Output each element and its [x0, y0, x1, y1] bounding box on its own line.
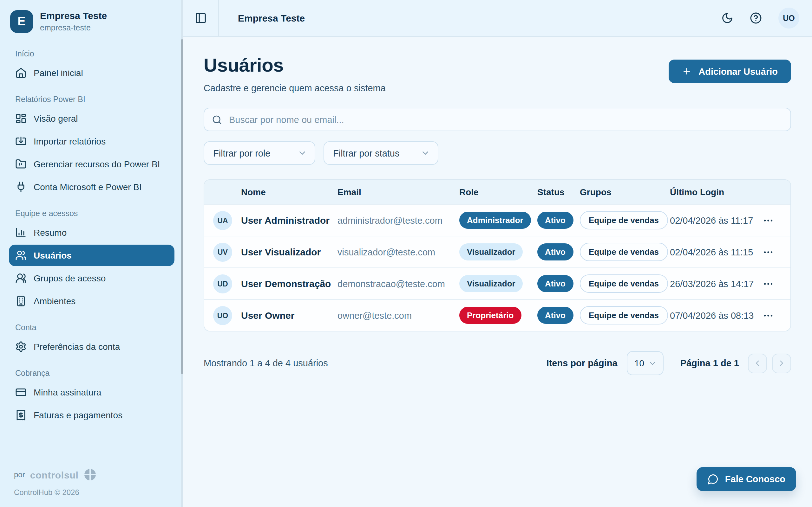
group-pill: Equipe de vendas: [580, 274, 668, 293]
row-menu-button[interactable]: [763, 246, 791, 258]
add-user-button[interactable]: Adicionar Usuário: [669, 60, 791, 83]
sidebar-item-importar-relatorios[interactable]: Importar relatórios: [9, 130, 174, 152]
filter-status-dropdown[interactable]: Filtrar por status: [323, 141, 438, 165]
sidebar-item-painel-inicial[interactable]: Painel inicial: [9, 62, 174, 83]
table-header-row: Nome Email Role Status Grupos Último Log…: [204, 180, 791, 204]
dark-mode-toggle[interactable]: [721, 12, 733, 24]
table-row[interactable]: UD User Demonstração demonstracao@teste.…: [204, 268, 791, 299]
sidebar-item-label: Usuários: [34, 250, 72, 261]
user-email: owner@teste.com: [338, 310, 459, 320]
sidebar-footer: por controlsul ControlHub © 2026: [9, 464, 174, 498]
status-badge: Ativo: [537, 307, 573, 324]
sidebar-item-faturas[interactable]: Faturas e pagamentos: [9, 404, 174, 426]
page-title: Usuários: [204, 55, 386, 76]
sidebar-item-preferencias[interactable]: Preferências da conta: [9, 336, 174, 357]
sidebar-toggle-button[interactable]: [183, 0, 219, 36]
pagination: Mostrando 1 a 4 de 4 usuários Itens por …: [204, 351, 791, 375]
sidebar-item-label: Conta Microsoft e Power BI: [34, 182, 142, 192]
help-button[interactable]: [750, 12, 762, 24]
filter-role-dropdown[interactable]: Filtrar por role: [204, 141, 315, 165]
table-row[interactable]: UV User Visualizador visualizador@teste.…: [204, 236, 791, 268]
sidebar-item-label: Resumo: [34, 228, 67, 238]
contact-us-label: Fale Conosco: [725, 474, 785, 484]
table-row[interactable]: UO User Owner owner@teste.com Proprietár…: [204, 299, 791, 331]
main-area: Empresa Teste UO Usuários Cadastre e ger…: [183, 0, 812, 507]
page-subtitle: Cadastre e gerencie quem acessa o sistem…: [204, 83, 386, 93]
search-bar: [204, 108, 791, 131]
row-menu-button[interactable]: [763, 278, 791, 289]
users-icon: [15, 250, 27, 261]
sidebar-nav: Início Painel inicial Relatórios Power B…: [9, 41, 174, 464]
page-content: Usuários Cadastre e gerencie quem acessa…: [183, 37, 812, 507]
house-icon: [15, 67, 27, 78]
role-badge: Administrador: [459, 212, 531, 229]
contact-us-button[interactable]: Fale Conosco: [697, 467, 796, 491]
sidebar-item-label: Importar relatórios: [34, 136, 106, 147]
chevron-down-icon: [648, 359, 656, 367]
row-menu-button[interactable]: [763, 309, 791, 321]
sidebar-item-gerenciar-recursos[interactable]: Gerenciar recursos do Power BI: [9, 153, 174, 175]
chevron-right-icon: [777, 359, 786, 368]
col-header-email: Email: [338, 187, 459, 197]
table-row[interactable]: UA User Administrador administrador@test…: [204, 204, 791, 236]
sidebar-item-label: Minha assinatura: [34, 387, 101, 397]
ellipsis-icon: [763, 215, 774, 226]
moon-icon: [721, 12, 733, 24]
controlsul-logo-text: controlsul: [30, 469, 79, 480]
next-page-button[interactable]: [772, 353, 791, 373]
group-pill: Equipe de vendas: [580, 243, 668, 261]
sidebar-item-grupos-de-acesso[interactable]: Grupos de acesso: [9, 268, 174, 289]
last-login: 07/04/2026 às 08:13: [670, 310, 763, 320]
search-input[interactable]: [228, 114, 783, 125]
user-name: User Administrador: [241, 215, 338, 226]
controlsul-logo-icon: [84, 468, 96, 481]
pagination-summary: Mostrando 1 a 4 de 4 usuários: [204, 358, 328, 368]
sidebar-item-visao-geral[interactable]: Visão geral: [9, 108, 174, 129]
last-login: 26/03/2026 às 14:17: [670, 279, 763, 289]
user-avatar[interactable]: UO: [778, 8, 799, 29]
copyright: ControlHub © 2026: [14, 488, 171, 497]
last-login: 02/04/2026 às 11:15: [670, 247, 763, 257]
sidebar-item-minha-assinatura[interactable]: Minha assinatura: [9, 382, 174, 403]
avatar: UO: [213, 306, 232, 325]
user-email: administrador@teste.com: [338, 215, 459, 225]
help-circle-icon: [750, 12, 762, 24]
col-header-grupos: Grupos: [580, 187, 670, 197]
ellipsis-icon: [763, 278, 774, 289]
invoice-icon: [15, 409, 27, 421]
topbar-title: Empresa Teste: [238, 13, 305, 23]
last-login: 02/04/2026 às 11:17: [670, 215, 763, 225]
screen: E Empresa Teste empresa-teste Início Pai…: [0, 0, 812, 507]
sidebar-item-usuarios[interactable]: Usuários: [9, 245, 174, 266]
brand: E Empresa Teste empresa-teste: [9, 9, 174, 41]
gear-icon: [15, 341, 27, 352]
role-badge: Proprietário: [459, 307, 521, 324]
filter-status-label: Filtrar por status: [333, 148, 400, 158]
nav-section-equipe: Equipe e acessos: [15, 209, 168, 218]
row-menu-button[interactable]: [763, 215, 791, 226]
items-per-page-label: Itens por página: [547, 358, 618, 368]
sidebar: E Empresa Teste empresa-teste Início Pai…: [0, 0, 183, 507]
bar-chart-icon: [15, 227, 27, 238]
users-table: Nome Email Role Status Grupos Último Log…: [204, 179, 791, 331]
sidebar-item-ambientes[interactable]: Ambientes: [9, 290, 174, 312]
sidebar-item-label: Preferências da conta: [34, 342, 120, 352]
previous-page-button[interactable]: [748, 353, 767, 373]
credit-card-icon: [15, 387, 27, 398]
brand-slug: empresa-teste: [40, 23, 107, 32]
nav-section-cobranca: Cobrança: [15, 369, 168, 378]
sidebar-item-conta-microsoft[interactable]: Conta Microsoft e Power BI: [9, 176, 174, 198]
nav-section-inicio: Início: [15, 49, 168, 58]
sidebar-scrollbar-thumb[interactable]: [181, 39, 183, 374]
brand-logo: E: [10, 10, 33, 33]
page-indicator: Página 1 de 1: [680, 358, 739, 368]
por-label: por: [14, 470, 25, 479]
search-icon: [212, 114, 222, 124]
user-name: User Demonstração: [241, 278, 338, 289]
add-user-button-label: Adicionar Usuário: [699, 66, 778, 76]
sidebar-item-resumo[interactable]: Resumo: [9, 222, 174, 243]
import-icon: [15, 135, 27, 147]
status-badge: Ativo: [537, 243, 573, 261]
chevron-left-icon: [753, 359, 762, 368]
items-per-page-select[interactable]: 10: [627, 351, 664, 375]
